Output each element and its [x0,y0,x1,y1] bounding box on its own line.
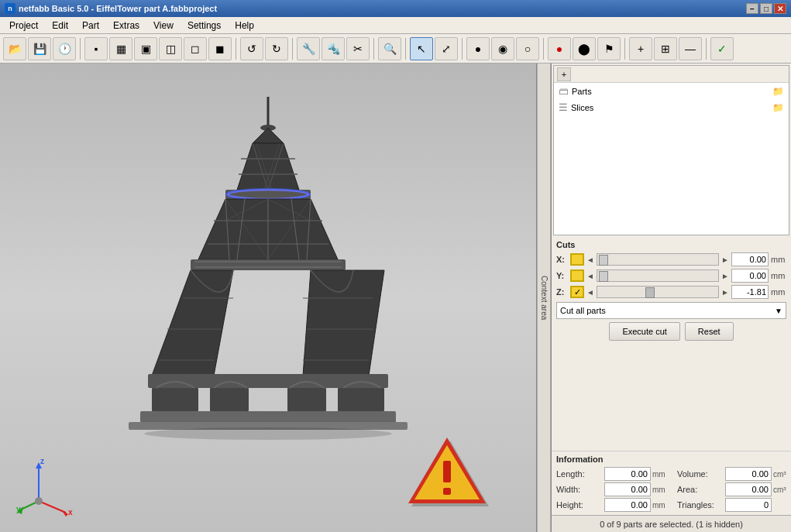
menu-view[interactable]: View [147,19,180,33]
dash-button[interactable]: — [679,37,702,60]
cut-z-checkbox[interactable]: ✓ [570,286,584,298]
menu-extras[interactable]: Extras [107,19,146,33]
cut-y-arrow-left[interactable]: ◄ [586,272,594,280]
open-button[interactable]: 📂 [3,37,26,60]
cut-z-slider[interactable] [597,286,719,298]
view5-button[interactable]: ◻ [184,37,207,60]
cut-x-arrow-right[interactable]: ► [721,256,729,264]
triangles-value: 0 [725,498,772,512]
cut-mode-dropdown[interactable]: Cut all parts ▼ [556,302,786,319]
maximize-button[interactable]: □ [760,3,772,14]
viewport[interactable]: z x y [0,63,537,532]
separator4 [373,38,374,60]
save-button[interactable]: 💾 [28,37,51,60]
volume-label: Volume: [677,469,724,479]
menu-help[interactable]: Help [229,19,260,33]
cut-x-value[interactable]: 0.00 [731,252,769,266]
context-label: Context area [540,276,549,320]
cut-z-arrow-left[interactable]: ◄ [586,288,594,297]
cursor-button[interactable]: ↖ [410,37,433,60]
sphere1-button[interactable]: ● [466,37,490,60]
svg-marker-2 [253,128,284,143]
cut-y-slider[interactable] [597,269,719,282]
cut-z-value[interactable]: -1.81 [731,285,769,299]
close-button[interactable]: ✕ [774,3,786,14]
cut-y-arrow-right[interactable]: ► [721,272,729,280]
menu-settings[interactable]: Settings [181,19,227,33]
context-area-tab[interactable]: Context area [537,63,551,532]
parts-folder-icon: 📁 [772,86,784,97]
repair2-button[interactable]: 🔩 [322,37,345,60]
svg-text:z: z [40,457,44,465]
view4-button[interactable]: ◫ [159,37,182,60]
parts-icon: 🗃 [559,85,569,97]
area-value: 0.00 [725,482,772,496]
titlebar-controls[interactable]: − □ ✕ [746,3,786,14]
separator1 [80,38,81,60]
cut-x-label: X: [556,255,568,264]
cut-x-unit: mm [771,255,786,264]
rotate-right-button[interactable]: ↻ [265,37,288,60]
search-button[interactable]: 🔍 [378,37,401,60]
tree-expand-button[interactable]: + [557,67,571,81]
info-title: Information [556,455,786,464]
height-value: 0.00 [604,498,651,512]
height-unit: mm [652,501,676,510]
cut-x-arrow-left[interactable]: ◄ [586,256,594,264]
flag-button[interactable]: ⚑ [597,37,621,60]
transform-button[interactable]: ⤢ [435,37,458,60]
cut-x-checkbox[interactable] [570,253,584,266]
menu-edit[interactable]: Edit [46,19,74,33]
view1-button[interactable]: ▪ [84,37,108,60]
view6-button[interactable]: ◼ [208,37,232,60]
info-grid: Length: 0.00 mm Volume: 0.00 cm³ Width: … [556,467,786,512]
minimize-button[interactable]: − [746,3,758,14]
app-icon: n [5,3,15,14]
menu-part[interactable]: Part [76,19,105,33]
svg-rect-38 [210,388,249,411]
sphere2-button[interactable]: ◉ [491,37,514,60]
width-label: Width: [556,485,603,494]
cut-z-arrow-right[interactable]: ► [721,288,729,297]
rotate-left-button[interactable]: ↺ [240,37,263,60]
slices-icon: ☰ [559,101,568,113]
repair-button[interactable]: 🔧 [297,37,320,60]
cut-y-unit: mm [771,271,786,280]
view3-button[interactable]: ▣ [134,37,157,60]
volume-value: 0.00 [725,467,772,481]
svg-rect-57 [443,461,451,482]
volume-unit: cm³ [773,470,791,479]
axes-indicator: z x y [15,455,77,517]
tree-toolbar: + [554,66,789,83]
triangles-label: Triangles: [677,500,724,510]
cut-mode-row: Cut all parts ▼ [556,302,786,319]
cut-z-label: Z: [556,287,568,297]
cut-x-slider[interactable] [597,253,719,266]
info-button[interactable]: 🕐 [53,37,76,60]
cut-buttons-row: Execute cut Reset [556,322,786,341]
cut-row-x: X: ◄ ► 0.00 mm [556,252,786,266]
execute-cut-button[interactable]: Execute cut [609,322,679,341]
cut-y-value[interactable]: 0.00 [731,269,769,283]
red-sphere-button[interactable]: ● [548,37,571,60]
titlebar-left: n netfabb Basic 5.0 - EiffelTower part A… [5,3,217,14]
pie-button[interactable]: ⬤ [573,37,596,60]
length-label: Length: [556,469,603,479]
view2-button[interactable]: ▦ [109,37,132,60]
svg-rect-39 [287,388,326,411]
cut-y-thumb [599,271,608,282]
menu-project[interactable]: Project [3,19,44,33]
confirm-button[interactable]: ✓ [710,37,734,60]
reset-button[interactable]: Reset [685,322,734,341]
separator8 [624,38,625,60]
svg-point-53 [35,497,43,505]
cut-row-z: Z: ✓ ◄ ► -1.81 mm [556,285,786,299]
cut-y-checkbox[interactable] [570,269,584,282]
tree-item-slices[interactable]: ☰ Slices 📁 [554,99,789,115]
add-button[interactable]: + [629,37,652,60]
context-button[interactable]: ⊞ [654,37,677,60]
tree-item-parts[interactable]: 🗃 Parts 📁 [554,83,789,99]
sphere3-button[interactable]: ○ [516,37,539,60]
split-button[interactable]: ✂ [346,37,370,60]
separator2 [236,38,236,60]
